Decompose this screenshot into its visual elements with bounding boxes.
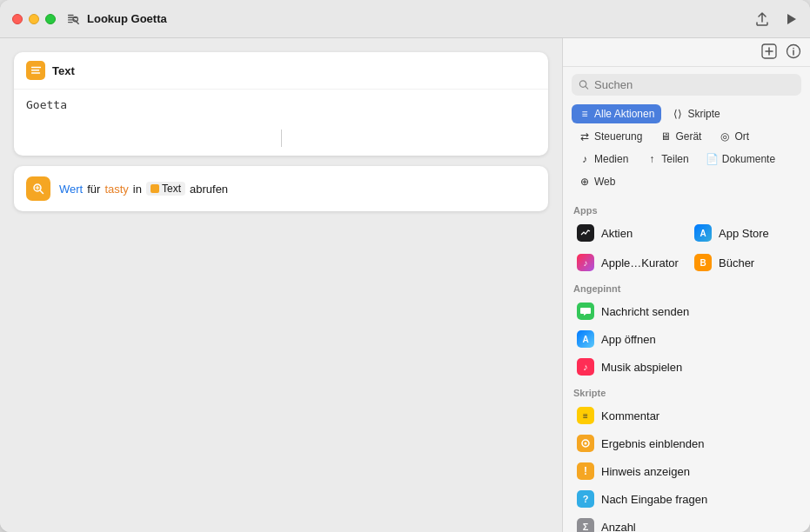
text-action-icon xyxy=(26,61,45,80)
run-button[interactable] xyxy=(784,12,798,26)
sidebar-list: Apps Aktien A App Store xyxy=(563,198,810,532)
cat-label-steuerung: Steuerung xyxy=(594,130,642,143)
lookup-token-fuer: für xyxy=(87,183,100,196)
svg-rect-4 xyxy=(30,70,38,70)
workflow-panel: Text Goetta Wert für xyxy=(0,38,562,532)
cat-label-skripte: Skripte xyxy=(687,108,720,120)
svg-rect-3 xyxy=(30,66,40,67)
nachricht-icon xyxy=(577,303,594,320)
aktien-icon xyxy=(577,224,594,242)
category-buttons: ≡ Alle Aktionen ⟨⟩ Skripte ⇄ Steuerung 🖥… xyxy=(563,101,810,198)
lookup-icon xyxy=(26,176,50,201)
list-item-anzahl[interactable]: Σ Anzahl xyxy=(570,513,803,532)
list-item-buecher[interactable]: B Bücher xyxy=(687,249,803,276)
cat-btn-alle[interactable]: ≡ Alle Aktionen xyxy=(572,104,661,123)
add-action-button[interactable] xyxy=(761,43,777,63)
anzahl-label: Anzahl xyxy=(601,521,636,533)
card-divider xyxy=(281,130,282,147)
tag-icon xyxy=(151,184,159,193)
sidebar: ≡ Alle Aktionen ⟨⟩ Skripte ⇄ Steuerung 🖥… xyxy=(562,38,810,532)
list-item-ergebnis[interactable]: Ergebnis einblenden xyxy=(570,429,803,457)
section-label-apps: Apps xyxy=(570,198,803,219)
section-label-angepinnt: Angepinnt xyxy=(570,276,803,297)
appstore-label: App Store xyxy=(719,227,769,240)
kommentar-label: Kommentar xyxy=(601,409,659,422)
maximize-button[interactable] xyxy=(45,14,56,24)
search-icon xyxy=(579,79,589,90)
anzahl-icon: Σ xyxy=(577,518,594,532)
lookup-text: Wert für tasty in Text abrufen xyxy=(59,182,228,196)
cat-btn-ort[interactable]: ◎ Ort xyxy=(712,127,756,146)
hinweis-label: Hinweis anzeigen xyxy=(601,465,690,478)
share-button[interactable] xyxy=(754,11,770,27)
cat-btn-web[interactable]: ⊕ Web xyxy=(572,172,622,191)
musik-icon: ♪ xyxy=(577,358,594,376)
minimize-button[interactable] xyxy=(29,14,39,24)
list-item-eingabe[interactable]: ? Nach Eingabe fragen xyxy=(570,485,803,513)
ergebnis-label: Ergebnis einblenden xyxy=(601,437,705,450)
list-item-appopen[interactable]: A App öffnen xyxy=(570,325,803,353)
text-input[interactable]: Goetta xyxy=(26,98,536,126)
section-label-skripte: Skripte xyxy=(570,381,803,402)
alle-icon: ≡ xyxy=(579,108,591,120)
appopen-label: App öffnen xyxy=(601,333,656,346)
cat-btn-dokumente[interactable]: 📄 Dokumente xyxy=(700,150,782,169)
hinweis-icon: ! xyxy=(577,462,594,480)
list-item-musik[interactable]: ♪ Musik abspielen xyxy=(570,353,803,381)
cat-btn-teilen[interactable]: ↑ Teilen xyxy=(639,150,695,169)
svg-marker-2 xyxy=(787,14,796,24)
buecher-icon: B xyxy=(694,254,712,271)
kommentar-icon: ≡ xyxy=(577,407,594,424)
ergebnis-icon xyxy=(577,435,594,452)
cat-btn-steuerung[interactable]: ⇄ Steuerung xyxy=(572,127,649,146)
nachricht-label: Nachricht senden xyxy=(601,305,689,318)
sidebar-header xyxy=(563,38,810,67)
apps-grid: Aktien A App Store ♪ Apple…Kurator xyxy=(570,219,803,276)
cat-btn-medien[interactable]: ♪ Medien xyxy=(572,150,635,169)
cat-label-teilen: Teilen xyxy=(661,153,688,165)
search-bar[interactable] xyxy=(572,74,801,96)
app-icon xyxy=(64,10,82,28)
lookup-token-tasty[interactable]: tasty xyxy=(104,183,128,196)
appopen-icon: A xyxy=(577,330,594,348)
steuerung-icon: ⇄ xyxy=(579,130,591,143)
cat-label-ort: Ort xyxy=(734,130,749,143)
text-card-header: Text xyxy=(14,52,548,90)
list-item-kommentar[interactable]: ≡ Kommentar xyxy=(570,402,803,429)
cat-label-geraet: Gerät xyxy=(675,130,701,143)
web-icon: ⊕ xyxy=(579,176,591,188)
svg-point-9 xyxy=(793,48,794,50)
cat-btn-skripte[interactable]: ⟨⟩ Skripte xyxy=(665,104,726,123)
buecher-label: Bücher xyxy=(719,256,754,269)
apple-label: Apple…Kurator xyxy=(601,256,679,269)
cat-label-alle: Alle Aktionen xyxy=(594,108,654,120)
lookup-token-text-tag[interactable]: Text xyxy=(146,182,185,196)
medien-icon: ♪ xyxy=(579,153,591,165)
titlebar-actions xyxy=(754,11,798,27)
eingabe-label: Nach Eingabe fragen xyxy=(601,493,707,506)
dokumente-icon: 📄 xyxy=(706,153,719,165)
cat-label-dokumente: Dokumente xyxy=(722,153,775,165)
appstore-icon: A xyxy=(694,224,712,242)
apple-icon: ♪ xyxy=(577,254,594,271)
list-item-hinweis[interactable]: ! Hinweis anzeigen xyxy=(570,457,803,485)
cat-label-medien: Medien xyxy=(594,153,628,165)
titlebar: Lookup Goetta xyxy=(0,0,810,38)
lookup-token-in: in xyxy=(133,183,142,196)
text-action-card: Text Goetta xyxy=(14,52,548,156)
list-item-appstore[interactable]: A App Store xyxy=(687,219,803,247)
skripte-icon: ⟨⟩ xyxy=(672,108,684,120)
svg-point-12 xyxy=(585,442,587,445)
cat-btn-geraet[interactable]: 🖥 Gerät xyxy=(653,127,708,146)
ort-icon: ◎ xyxy=(719,130,731,143)
musik-label: Musik abspielen xyxy=(601,361,682,374)
lookup-token-wert[interactable]: Wert xyxy=(59,183,83,196)
info-button[interactable] xyxy=(786,43,801,63)
list-item-aktien[interactable]: Aktien xyxy=(570,219,686,247)
close-button[interactable] xyxy=(12,14,23,24)
list-item-nachricht[interactable]: Nachricht senden xyxy=(570,297,803,325)
lookup-action-card: Wert für tasty in Text abrufen xyxy=(14,166,548,211)
list-item-apple[interactable]: ♪ Apple…Kurator xyxy=(570,249,686,276)
text-card-body[interactable]: Goetta xyxy=(14,90,548,156)
search-input[interactable] xyxy=(594,78,794,91)
